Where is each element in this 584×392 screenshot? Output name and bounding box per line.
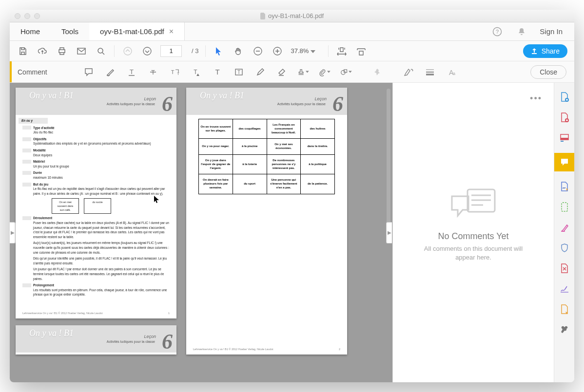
pdf-page-2: On y va ! B1 Leçon Activités ludiques po…	[186, 88, 347, 355]
work-area: ▶ On y va ! B1 Leçon Activités ludiques …	[10, 83, 574, 382]
select-tool-icon[interactable]	[213, 45, 225, 57]
stamp-icon[interactable]	[297, 66, 309, 78]
highlight-icon[interactable]	[104, 66, 116, 78]
app-window: oyv-B1-mat-L06.pdf Home Tools oyv-B1-mat…	[10, 10, 574, 382]
right-tool-rail	[554, 83, 574, 382]
window-title: oyv-B1-mat-L06.pdf	[10, 12, 574, 20]
page-down-icon[interactable]	[141, 45, 154, 57]
main-toolbar: / 3 37.8% Share	[10, 41, 574, 61]
svg-text:T: T	[130, 68, 134, 75]
zoom-out-icon[interactable]	[252, 45, 264, 57]
hand-tool-icon[interactable]	[232, 45, 245, 57]
share-button[interactable]: Share	[523, 44, 567, 58]
titlebar: oyv-B1-mat-L06.pdf	[10, 10, 574, 22]
rail-protect-icon[interactable]	[559, 243, 570, 253]
close-button[interactable]: Close	[530, 65, 566, 79]
cloud-upload-icon[interactable]	[36, 45, 49, 57]
rail-comment-icon[interactable]	[554, 153, 575, 171]
tab-file[interactable]: oyv-B1-mat-L06.pdf ×	[89, 22, 185, 40]
cursor-icon	[154, 196, 160, 204]
page-number-input[interactable]	[160, 45, 182, 57]
no-comments-title: No Comments Yet	[438, 231, 508, 242]
fit-width-icon[interactable]	[335, 45, 348, 57]
empty-comments-icon	[449, 187, 498, 223]
svg-text:a: a	[453, 71, 455, 76]
attach-icon[interactable]	[319, 66, 331, 78]
svg-point-4	[124, 47, 132, 55]
tab-close-icon[interactable]: ×	[169, 27, 174, 36]
text-box-icon[interactable]: T	[233, 66, 245, 78]
cards-grid: On en trouve souvent sur les plages.des …	[198, 119, 335, 194]
rail-fill-sign-icon[interactable]	[559, 283, 570, 294]
svg-point-3	[98, 48, 103, 53]
expand-right-handle[interactable]: ▶	[386, 222, 392, 243]
save-icon[interactable]	[17, 45, 29, 57]
pdf-page-3: On y va ! B1 Leçon Activités ludiques po…	[16, 325, 176, 355]
sign-in-button[interactable]: Sign In	[540, 27, 563, 36]
pdf-file-icon	[260, 13, 266, 19]
underline-icon[interactable]: T	[126, 66, 137, 78]
font-size-icon[interactable]: Aa	[446, 66, 457, 78]
pdf-viewport[interactable]: ▶ On y va ! B1 Leçon Activités ludiques …	[10, 83, 393, 382]
print-icon[interactable]	[56, 45, 68, 57]
tab-home[interactable]: Home	[10, 22, 51, 40]
color-icon[interactable]	[403, 66, 414, 78]
rail-settings-icon[interactable]	[559, 324, 570, 335]
eraser-icon[interactable]	[276, 66, 288, 78]
replace-text-icon[interactable]: TT	[169, 66, 180, 78]
comment-toolbar: Comment T T TT T T T Aa Close	[10, 61, 574, 83]
sticky-note-icon[interactable]	[83, 66, 95, 78]
zoom-in-icon[interactable]	[271, 45, 284, 57]
fit-page-icon[interactable]	[355, 45, 368, 57]
help-icon[interactable]: ?	[491, 25, 504, 38]
zoom-label[interactable]: 37.8%	[291, 47, 315, 55]
svg-text:T: T	[194, 69, 197, 75]
find-icon[interactable]	[95, 45, 107, 57]
pin-icon[interactable]	[371, 66, 383, 78]
svg-text:T: T	[215, 68, 219, 76]
svg-text:?: ?	[496, 29, 499, 35]
line-thickness-icon[interactable]	[424, 66, 436, 78]
expand-left-handle[interactable]: ▶	[10, 222, 16, 243]
bell-icon[interactable]	[515, 25, 528, 38]
scrollbar[interactable]	[387, 89, 390, 225]
rail-edit-pdf-icon[interactable]	[559, 112, 570, 123]
rail-more-tools-icon[interactable]	[559, 304, 570, 315]
no-comments-subtitle: All comments on this document will appea…	[420, 244, 527, 262]
strikethrough-icon[interactable]: T	[147, 66, 159, 78]
svg-rect-25	[562, 203, 567, 211]
page-total-label: / 3	[192, 47, 198, 55]
panel-menu-icon[interactable]: •••	[530, 93, 554, 104]
rail-mobile-icon[interactable]	[559, 202, 570, 212]
add-text-icon[interactable]: T	[212, 66, 223, 78]
email-icon[interactable]	[75, 45, 88, 57]
rail-optimize-icon[interactable]	[559, 263, 570, 274]
comments-panel: ••• No Comments Yet All comments on this…	[393, 83, 554, 382]
pencil-icon[interactable]	[254, 66, 266, 78]
svg-rect-2	[78, 48, 85, 54]
pdf-page-1: On y va ! B1 Leçon Activités ludiques po…	[16, 88, 176, 318]
comment-mode-label: Comment	[10, 61, 78, 82]
svg-text:T: T	[177, 72, 179, 76]
svg-point-5	[143, 47, 151, 55]
svg-text:T: T	[171, 69, 175, 75]
page-up-icon[interactable]	[121, 45, 134, 57]
rail-redact-icon[interactable]	[559, 222, 570, 233]
shapes-icon[interactable]	[340, 66, 352, 78]
rail-sign-icon[interactable]	[559, 181, 570, 192]
tab-file-label: oyv-B1-mat-L06.pdf	[100, 27, 164, 36]
insert-text-icon[interactable]: T	[190, 66, 202, 78]
rail-create-pdf-icon[interactable]	[559, 92, 570, 102]
svg-text:T: T	[237, 70, 240, 75]
rail-export-pdf-icon[interactable]	[559, 132, 570, 143]
tab-tools[interactable]: Tools	[51, 22, 89, 40]
svg-rect-24	[561, 138, 568, 140]
tab-bar: Home Tools oyv-B1-mat-L06.pdf × ? Sign I…	[10, 22, 574, 41]
